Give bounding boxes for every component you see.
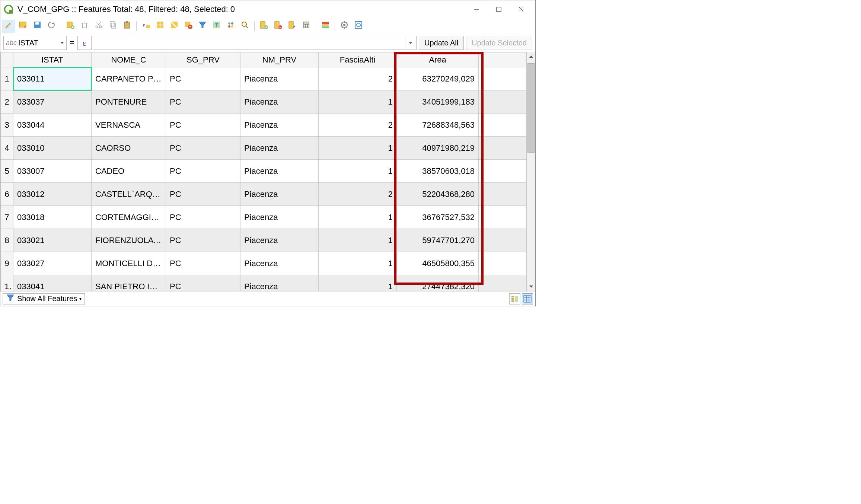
form-view-button[interactable] <box>509 293 520 304</box>
rename-field-button[interactable] <box>286 20 299 32</box>
table-row[interactable]: 3033044VERNASCAPCPiacenza272688348,563 <box>1 114 526 137</box>
delete-field-button[interactable] <box>272 20 284 32</box>
cell-fascia[interactable]: 1 <box>319 90 397 114</box>
cell-istat[interactable]: 033012 <box>13 183 92 206</box>
cell-area[interactable]: 59747701,270 <box>397 229 479 252</box>
cell-nome-c[interactable]: CORTEMAGGIO... <box>92 206 166 229</box>
column-header-nome-c[interactable]: NOME_C <box>92 52 166 67</box>
cell-istat[interactable]: 033007 <box>13 160 92 183</box>
cell-nm-prv[interactable]: Piacenza <box>240 114 319 137</box>
select-all-button[interactable] <box>154 20 166 32</box>
conditional-format-button[interactable] <box>319 20 332 32</box>
filter-form-button[interactable] <box>210 20 223 32</box>
expression-dialog-button[interactable]: ε <box>77 36 92 50</box>
cell-area[interactable]: 36767527,532 <box>397 206 479 229</box>
cell-area[interactable]: 72688348,563 <box>397 114 479 137</box>
deselect-button[interactable] <box>182 20 195 32</box>
row-number-cell[interactable]: 7 <box>1 206 13 229</box>
cell-nm-prv[interactable]: Piacenza <box>240 67 319 90</box>
cell-fascia[interactable]: 1 <box>319 229 397 252</box>
cell-fascia[interactable]: 2 <box>319 183 397 206</box>
cell-area[interactable]: 27447382,320 <box>397 275 479 291</box>
row-number-cell[interactable]: 8 <box>1 229 13 252</box>
row-number-cell[interactable]: 3 <box>1 114 13 137</box>
cell-fascia[interactable]: 1 <box>319 206 397 229</box>
show-all-features-button[interactable]: Show All Features ▾ <box>3 293 85 304</box>
cell-nm-prv[interactable]: Piacenza <box>240 229 319 252</box>
cell-nome-c[interactable]: CAORSO <box>92 137 166 160</box>
maximize-button[interactable] <box>488 2 510 17</box>
table-row[interactable]: 9033027MONTICELLI D`...PCPiacenza1465058… <box>1 252 526 275</box>
row-number-cell[interactable]: 5 <box>1 160 13 183</box>
cell-sg-prv[interactable]: PC <box>166 183 240 206</box>
move-selection-button[interactable] <box>224 20 237 32</box>
cell-nome-c[interactable]: CARPANETO PI... <box>92 67 166 90</box>
column-header-istat[interactable]: ISTAT <box>13 52 92 67</box>
scroll-down-button[interactable] <box>527 282 535 291</box>
cell-nm-prv[interactable]: Piacenza <box>240 206 319 229</box>
cell-nm-prv[interactable]: Piacenza <box>240 137 319 160</box>
table-scroll[interactable]: ISTAT NOME_C SG_PRV NM_PRV FasciaAlti Ar… <box>0 52 526 291</box>
minimize-button[interactable] <box>465 2 488 17</box>
dock-button[interactable] <box>352 20 365 32</box>
cell-area[interactable]: 63270249,029 <box>397 67 479 90</box>
multi-edit-button[interactable] <box>17 20 29 32</box>
cell-istat[interactable]: 033037 <box>13 90 92 114</box>
table-row[interactable]: 8033021FIORENZUOLA ...PCPiacenza15974770… <box>1 229 526 252</box>
scroll-up-button[interactable] <box>527 52 535 61</box>
cut-button[interactable] <box>92 20 105 32</box>
cell-nome-c[interactable]: CASTELL`ARQU... <box>92 183 166 206</box>
corner-header[interactable] <box>1 52 13 67</box>
cell-fascia[interactable]: 2 <box>319 114 397 137</box>
cell-area[interactable]: 40971980,219 <box>397 137 479 160</box>
cell-nome-c[interactable]: SAN PIETRO IN ... <box>92 275 166 291</box>
table-row[interactable]: 6033012CASTELL`ARQU...PCPiacenza25220436… <box>1 183 526 206</box>
cell-nome-c[interactable]: CADEO <box>92 160 166 183</box>
new-field-button[interactable] <box>258 20 270 32</box>
paste-button[interactable] <box>121 20 133 32</box>
cell-istat[interactable]: 033044 <box>13 114 92 137</box>
copy-button[interactable] <box>106 20 119 32</box>
refresh-button[interactable] <box>45 20 58 32</box>
cell-fascia[interactable]: 1 <box>319 275 397 291</box>
column-header-fascia[interactable]: FasciaAlti <box>319 52 397 67</box>
cell-sg-prv[interactable]: PC <box>166 114 240 137</box>
cell-nome-c[interactable]: VERNASCA <box>92 114 166 137</box>
cell-istat[interactable]: 033011 <box>13 67 92 90</box>
table-row[interactable]: 5033007CADEOPCPiacenza138570603,018 <box>1 160 526 183</box>
cell-area[interactable]: 34051999,183 <box>397 90 479 114</box>
cell-fascia[interactable]: 1 <box>319 160 397 183</box>
update-all-button[interactable]: Update All <box>419 36 464 50</box>
cell-sg-prv[interactable]: PC <box>166 137 240 160</box>
column-header-nm-prv[interactable]: NM_PRV <box>240 52 319 67</box>
row-number-cell[interactable]: 9 <box>1 252 13 275</box>
row-number-cell[interactable]: 10 <box>1 275 13 291</box>
cell-sg-prv[interactable]: PC <box>166 252 240 275</box>
field-calc-button[interactable] <box>300 20 313 32</box>
table-row[interactable]: 1033011CARPANETO PI...PCPiacenza26327024… <box>1 67 526 90</box>
row-number-cell[interactable]: 2 <box>1 90 13 114</box>
cell-sg-prv[interactable]: PC <box>166 275 240 291</box>
cell-nm-prv[interactable]: Piacenza <box>240 90 319 114</box>
cell-area[interactable]: 38570603,018 <box>397 160 479 183</box>
cell-nm-prv[interactable]: Piacenza <box>240 183 319 206</box>
expression-select-button[interactable]: ε <box>140 20 152 32</box>
cell-fascia[interactable]: 1 <box>319 137 397 160</box>
cell-fascia[interactable]: 2 <box>319 67 397 90</box>
cell-istat[interactable]: 033018 <box>13 206 92 229</box>
table-view-button[interactable] <box>522 293 533 304</box>
delete-button[interactable] <box>78 20 91 32</box>
cell-nome-c[interactable]: PONTENURE <box>92 90 166 114</box>
row-number-cell[interactable]: 6 <box>1 183 13 206</box>
pencil-button[interactable] <box>3 20 15 32</box>
cell-nm-prv[interactable]: Piacenza <box>240 275 319 291</box>
vertical-scrollbar[interactable] <box>526 52 535 291</box>
zoom-selection-button[interactable] <box>239 20 251 32</box>
cell-nm-prv[interactable]: Piacenza <box>240 160 319 183</box>
table-row[interactable]: 2033037PONTENUREPCPiacenza134051999,183 <box>1 90 526 114</box>
column-header-area[interactable]: Area <box>397 52 479 67</box>
cell-sg-prv[interactable]: PC <box>166 67 240 90</box>
filter-button[interactable] <box>196 20 209 32</box>
table-row[interactable]: 10033041SAN PIETRO IN ...PCPiacenza12744… <box>1 275 526 291</box>
table-row[interactable]: 7033018CORTEMAGGIO...PCPiacenza136767527… <box>1 206 526 229</box>
